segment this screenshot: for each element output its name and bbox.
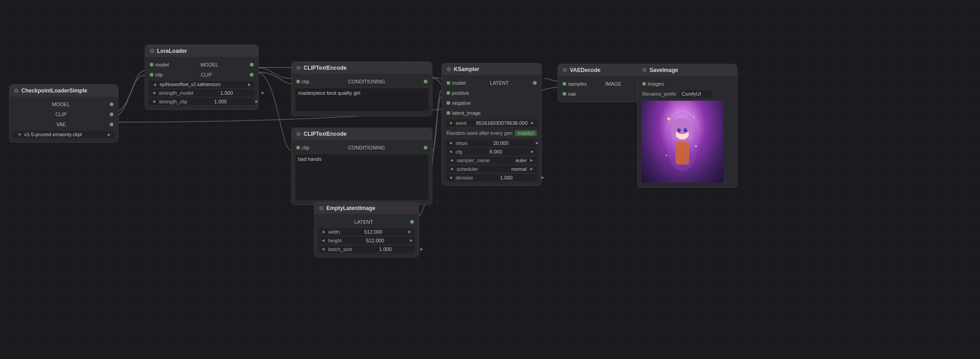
save-image-preview	[641, 101, 723, 183]
ckpt-name-row[interactable]: ◄ v1-5-pruned-emaonly.ckpt ►	[13, 131, 114, 138]
ksampler-cfg-arrow-left[interactable]: ◄	[447, 149, 454, 154]
ksampler-scheduler-arrow-right[interactable]: ►	[528, 167, 535, 171]
ksampler-latent-port[interactable]	[533, 81, 537, 85]
anime-girl-svg	[664, 110, 701, 174]
clip-output-port[interactable]	[110, 113, 113, 116]
lora-clip-in-port[interactable]	[150, 73, 153, 77]
ksampler-scheduler-row[interactable]: ◄ scheduler normal ►	[446, 165, 538, 173]
clip-pos-text-area[interactable]: masterpiece best quality girl	[295, 88, 428, 111]
ksampler-sampler-row[interactable]: ◄ sampler_name euler ►	[446, 157, 538, 164]
clip-text-encode-neg-title: CLIPTextEncode	[304, 131, 346, 137]
strength-model-arrow-left[interactable]: ◄	[151, 91, 157, 95]
svg-point-12	[667, 118, 670, 120]
ksampler-seed-label: seed	[456, 120, 467, 126]
empty-batch-row[interactable]: ◄ batch_size ►	[318, 246, 415, 253]
lora-name-arrow-right[interactable]: ►	[247, 82, 252, 87]
ksampler-latent-in-port[interactable]	[447, 111, 450, 115]
save-images-port[interactable]	[642, 82, 646, 86]
ksampler-steps-arrow-left[interactable]: ◄	[447, 141, 454, 145]
vae-output-port[interactable]	[110, 123, 113, 126]
ksampler-cfg-input[interactable]	[464, 149, 528, 154]
ksampler-steps-input[interactable]	[469, 140, 532, 146]
strength-model-input[interactable]	[195, 90, 258, 96]
ksampler-negative-row: negative	[442, 98, 541, 108]
empty-batch-arrow-left[interactable]: ◄	[320, 247, 326, 251]
empty-width-input[interactable]	[342, 229, 405, 235]
svg-point-11	[685, 129, 686, 130]
empty-width-row[interactable]: ◄ width ►	[318, 228, 415, 236]
ksampler-sampler-label: sampler_name	[457, 158, 490, 163]
clip-neg-text-area[interactable]: bad hands	[295, 154, 428, 200]
empty-latent-out-row: LATENT	[315, 217, 418, 227]
clip-neg-clip-port[interactable]	[296, 146, 300, 149]
ksampler-denoise-row[interactable]: ◄ denoise ►	[446, 174, 538, 181]
ksampler-seed-arrow-right[interactable]: ►	[529, 121, 536, 125]
ksampler-cfg-arrow-right[interactable]: ►	[529, 149, 536, 154]
empty-batch-input[interactable]	[354, 246, 417, 252]
ckpt-name-value: v1-5-pruned-emaonly.ckpt	[24, 132, 105, 137]
clip-neg-body: clip CONDITIONING bad hands	[292, 140, 432, 205]
empty-height-input[interactable]	[344, 238, 406, 243]
ksampler-denoise-label: denoise	[456, 175, 473, 180]
ksampler-negative-port[interactable]	[447, 101, 450, 105]
ksampler-denoise-arrow-left[interactable]: ◄	[447, 175, 454, 180]
ksampler-steps-row[interactable]: ◄ steps ►	[446, 139, 538, 147]
ksampler-positive-port[interactable]	[447, 91, 450, 95]
empty-height-arrow-right[interactable]: ►	[408, 238, 415, 243]
ksampler-sampler-arrow-right[interactable]: ►	[528, 158, 535, 163]
ksampler-cfg-row[interactable]: ◄ cfg ►	[446, 148, 538, 155]
vae-vae-label: vae	[568, 91, 576, 97]
ksampler-sampler-arrow-left[interactable]: ◄	[448, 158, 455, 163]
lora-clip-out-port[interactable]	[250, 73, 254, 77]
ksampler-seed-row[interactable]: ◄ seed 851616030078638.000 ►	[446, 119, 538, 127]
strength-model-row[interactable]: ◄ strength_model ►	[149, 89, 254, 97]
clip-text-encode-pos-title: CLIPTextEncode	[304, 65, 346, 71]
ksampler-denoise-arrow-right[interactable]: ►	[539, 175, 546, 180]
clip-text-encode-pos-node: CLIPTextEncode clip CONDITIONING masterp…	[291, 62, 432, 116]
clip-neg-conditioning-port[interactable]	[424, 146, 427, 149]
clip-pos-conditioning-port[interactable]	[424, 80, 427, 83]
save-images-row: images	[638, 79, 737, 89]
lora-name-arrow-left[interactable]: ◄	[152, 82, 158, 87]
model-output-port[interactable]	[110, 103, 113, 106]
empty-height-row[interactable]: ◄ height ►	[318, 237, 415, 244]
ksampler-enabled-badge[interactable]: enabled	[515, 130, 537, 136]
strength-clip-row[interactable]: ◄ strength_clip ►	[149, 98, 254, 105]
empty-width-arrow-right[interactable]: ►	[406, 230, 413, 234]
ksampler-model-port[interactable]	[447, 81, 450, 85]
ksampler-seed-arrow-left[interactable]: ◄	[447, 121, 454, 125]
lora-clip-in-row: clip CLIP	[145, 70, 258, 80]
lora-model-out-port[interactable]	[250, 63, 254, 67]
empty-batch-arrow-right[interactable]: ►	[419, 247, 425, 251]
strength-clip-input[interactable]	[189, 99, 252, 104]
save-filename-input[interactable]	[680, 90, 712, 97]
ckpt-arrow-right[interactable]: ►	[107, 132, 112, 137]
strength-clip-label: strength_clip	[159, 99, 187, 104]
ksampler-header: KSampler	[442, 63, 541, 75]
save-filename-label: filename_prefix	[642, 91, 676, 97]
lora-model-in-port[interactable]	[150, 63, 153, 67]
empty-width-arrow-left[interactable]: ◄	[320, 230, 326, 234]
vae-vae-port[interactable]	[563, 92, 566, 96]
lora-model-in-row: model MODEL	[145, 60, 258, 70]
strength-model-arrow-right[interactable]: ►	[260, 91, 266, 95]
strength-clip-arrow-right[interactable]: ►	[254, 99, 260, 104]
ckpt-arrow-left[interactable]: ◄	[16, 132, 22, 137]
save-image-body: images filename_prefix	[638, 76, 737, 187]
ksampler-steps-label: steps	[456, 140, 467, 146]
clip-pos-clip-label: clip	[302, 79, 310, 84]
strength-clip-arrow-left[interactable]: ◄	[151, 99, 157, 104]
empty-height-arrow-left[interactable]: ◄	[320, 238, 326, 243]
clip-output-label: CLIP	[56, 112, 66, 117]
lora-name-row[interactable]: ◄ epiNoiseoffset_v2.safetensors ►	[149, 81, 254, 88]
clip-pos-clip-port[interactable]	[296, 80, 300, 83]
ksampler-latent-in-label: latent_image	[452, 110, 481, 116]
ksampler-denoise-input[interactable]	[475, 175, 538, 180]
ksampler-scheduler-arrow-left[interactable]: ◄	[448, 167, 455, 171]
empty-latent-out-port[interactable]	[410, 220, 414, 224]
save-filename-row: filename_prefix	[638, 89, 737, 99]
vae-samples-port[interactable]	[563, 82, 566, 86]
ksampler-steps-arrow-right[interactable]: ►	[534, 141, 540, 145]
vae-vae-row: vae	[558, 89, 648, 99]
empty-width-label: width	[328, 229, 340, 235]
